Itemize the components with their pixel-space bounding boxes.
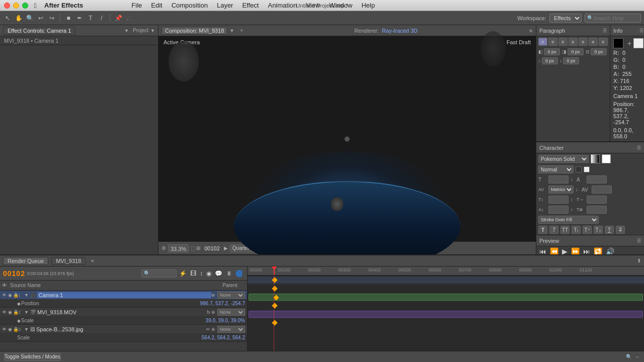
menu-effect[interactable]: Effect	[238, 0, 263, 11]
align-right-btn[interactable]: ≡	[558, 38, 568, 46]
grid-btn[interactable]: ⊞	[196, 245, 200, 251]
info-menu[interactable]: ☰	[639, 28, 643, 33]
tl-draft-mode-btn[interactable]: ⚡	[178, 269, 188, 278]
tl-layer-2[interactable]: 👁 ◉ 🔒 2 ▼ 🎬 MVI_9318.MOV fx ⊕ None	[0, 308, 247, 317]
color-chip-light[interactable]	[584, 166, 590, 172]
app-name-menu[interactable]: After Effects	[40, 0, 87, 11]
tl-layer-3-solo[interactable]: ◉	[8, 327, 13, 332]
maximize-button[interactable]	[22, 3, 28, 9]
tl-motion-blur-btn[interactable]: 🌀	[234, 269, 244, 278]
camera-tool[interactable]: 🎥	[125, 14, 134, 23]
tl-layer-2-anim[interactable]: ⊕	[211, 310, 215, 315]
tl-layer-2-lock[interactable]: 🔒	[13, 310, 18, 315]
character-menu[interactable]: ☰	[637, 145, 641, 150]
tl-solo-btn[interactable]: ◉	[205, 269, 212, 278]
before-para-input[interactable]	[542, 57, 558, 64]
tl-layer-1-eye[interactable]: 👁	[2, 293, 8, 298]
tl-stagger-btn[interactable]: ↕	[199, 269, 204, 278]
char-allcaps[interactable]: TT	[560, 226, 570, 234]
zoom-tool[interactable]: 🔍	[25, 14, 34, 23]
stroke-select[interactable]: Stroke Over Fill	[538, 216, 599, 224]
pin-tool[interactable]: 📌	[114, 14, 123, 23]
safe-zones-btn[interactable]: ⬚	[191, 245, 195, 251]
char-sub[interactable]: T₊	[594, 226, 603, 234]
align-left-btn[interactable]: ≡	[538, 38, 547, 46]
render-queue-tab[interactable]: Render Queue	[3, 257, 48, 265]
justify-center-btn[interactable]: ≡	[579, 38, 588, 46]
tl-layer-1-expand[interactable]: ▼	[24, 293, 29, 298]
timeline-expand-btn[interactable]: ⬆	[637, 258, 641, 263]
align-center-btn[interactable]: ≡	[548, 38, 557, 46]
tl-layer-2-parent[interactable]: None	[217, 309, 245, 316]
horiz-scale-input[interactable]: 97 %	[587, 196, 607, 204]
project-menu-btn[interactable]: ▼	[150, 28, 155, 33]
font-size-input[interactable]: 42 px	[548, 175, 569, 184]
tl-layer-3[interactable]: 👁 ◉ 🔒 3 ▼ 🖼 Space-B...2538.jpg ✏ ⊕ None	[0, 325, 247, 334]
comp-tab-menu[interactable]: ▼	[229, 28, 234, 33]
tl-layer-1-parent[interactable]: None	[217, 292, 245, 299]
effect-controls-tab[interactable]: Effect Controls: Camera 1	[3, 27, 75, 35]
comp-timeline-close[interactable]: ✕	[91, 258, 95, 263]
tl-pause-btn[interactable]: ⏸	[225, 269, 233, 278]
text-tool[interactable]: T	[86, 14, 95, 23]
tl-layer-1-lock[interactable]: 🔒	[13, 293, 18, 298]
char-strike[interactable]: T	[616, 226, 625, 234]
char-bold[interactable]: T	[538, 226, 547, 234]
kerning-select[interactable]: Metrics	[548, 186, 574, 194]
undo-btn[interactable]: ↩	[36, 14, 45, 23]
tl-comp-options-btn[interactable]: 🎞	[189, 269, 197, 278]
playhead[interactable]	[274, 266, 275, 275]
apple-menu[interactable]: 	[30, 0, 40, 11]
comp-settings-btn[interactable]: ⚙	[162, 245, 166, 251]
justify-left-btn[interactable]: ≡	[569, 38, 578, 46]
tl-layer-2-expand[interactable]: ▼	[24, 310, 29, 315]
char-smallcaps[interactable]: Tₜ	[572, 226, 581, 234]
menu-layer[interactable]: Layer	[213, 0, 237, 11]
playback-icon[interactable]: ▶	[224, 245, 228, 251]
tl-layer-3-eye[interactable]: 👁	[2, 327, 8, 332]
left-indent-input[interactable]	[544, 48, 560, 55]
tl-layer-2-solo[interactable]: ◉	[8, 310, 13, 315]
tl-layer-1[interactable]: 👁 ◉ 🔒 1 ▼ 🎥 Camera 1 ⊕ None	[0, 291, 247, 300]
close-button[interactable]	[4, 3, 10, 9]
char-super[interactable]: T⁺	[583, 226, 592, 234]
tl-search-input[interactable]	[141, 269, 177, 278]
font-select[interactable]: Pokemon Solid	[538, 155, 589, 163]
fill-swatch[interactable]	[602, 154, 611, 163]
comp-header-close[interactable]: ✕	[529, 28, 533, 34]
tl-layer-2-eye[interactable]: 👁	[2, 310, 8, 315]
shape-tool[interactable]: ■	[64, 14, 73, 23]
tl-layer-3-lock[interactable]: 🔒	[13, 327, 18, 332]
tl-layer-3-anim[interactable]: ⊕	[211, 327, 215, 332]
redo-btn[interactable]: ↪	[47, 14, 56, 23]
stroke-swatch[interactable]	[591, 154, 600, 163]
composition-viewer[interactable]: Active Camera Fast Draft ⊕	[158, 36, 536, 241]
tl-zoom-icon[interactable]: 🔍	[626, 354, 632, 359]
char-underline[interactable]: T	[605, 226, 614, 234]
comp-tab-add[interactable]: +	[240, 28, 243, 33]
style-select[interactable]: Normal	[538, 165, 574, 173]
menu-help[interactable]: Help	[357, 0, 379, 11]
panel-menu-btn[interactable]: ▼	[124, 28, 129, 33]
preview-menu[interactable]: ☰	[637, 238, 641, 243]
project-tab[interactable]: Project	[133, 28, 148, 33]
brush-tool[interactable]: /	[97, 14, 106, 23]
justify-all-btn[interactable]: ≡	[599, 38, 608, 46]
vert-scale-input[interactable]: 100 %	[548, 196, 569, 204]
pen-tool[interactable]: ✒	[75, 14, 84, 23]
tsukimi-input[interactable]: 1 %	[587, 206, 607, 214]
workspace-select[interactable]: Effects	[549, 14, 582, 23]
color-chip-dark[interactable]	[576, 166, 582, 172]
tl-layer-3-parent[interactable]: None	[217, 326, 245, 333]
tl-layer-3-expand[interactable]: ▼	[24, 327, 29, 332]
tracking-input[interactable]: 132	[592, 186, 612, 194]
tl-layer-2-fx[interactable]: fx	[207, 310, 210, 315]
first-line-input[interactable]	[591, 48, 607, 55]
justify-right-btn[interactable]: ≡	[589, 38, 598, 46]
menu-edit[interactable]: Edit	[147, 0, 166, 11]
after-para-input[interactable]	[563, 57, 579, 64]
select-tool[interactable]: ↖	[3, 14, 12, 23]
tl-layer-1-solo[interactable]: ◉	[8, 293, 13, 298]
hand-tool[interactable]: ✋	[14, 14, 23, 23]
leading-input[interactable]: Auto	[587, 175, 607, 184]
